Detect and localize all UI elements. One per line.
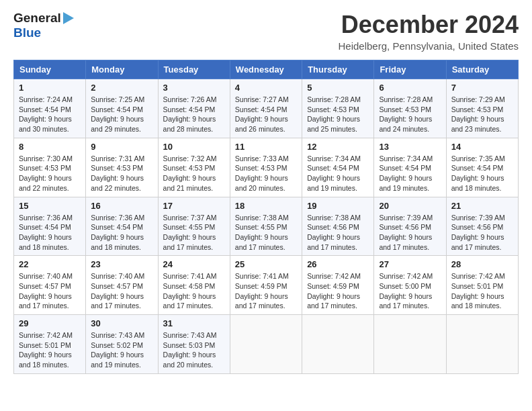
day-number: 27 [379,259,441,269]
day-info: Sunrise: 7:32 AMSunset: 4:53 PMDaylight:… [163,154,225,193]
day-info: Sunrise: 7:34 AMSunset: 4:54 PMDaylight:… [307,154,369,193]
day-info: Sunrise: 7:24 AMSunset: 4:54 PMDaylight:… [19,95,81,134]
day-number: 17 [163,201,225,211]
day-info: Sunrise: 7:29 AMSunset: 4:53 PMDaylight:… [451,95,513,134]
calendar-cell: 26Sunrise: 7:42 AMSunset: 4:59 PMDayligh… [302,256,374,315]
day-number: 3 [163,83,225,93]
day-number: 9 [91,142,152,152]
day-info: Sunrise: 7:35 AMSunset: 4:54 PMDaylight:… [451,154,513,193]
calendar-cell: 25Sunrise: 7:41 AMSunset: 4:59 PMDayligh… [230,256,302,315]
day-info: Sunrise: 7:40 AMSunset: 4:57 PMDaylight:… [19,271,81,311]
day-number: 26 [307,259,369,269]
calendar-cell: 28Sunrise: 7:42 AMSunset: 5:01 PMDayligh… [446,256,518,315]
weekday-header-monday: Monday [86,60,158,79]
page-title: December 2024 [339,11,519,39]
calendar-week-row: 15Sunrise: 7:36 AMSunset: 4:54 PMDayligh… [14,197,519,256]
calendar-body: 1Sunrise: 7:24 AMSunset: 4:54 PMDaylight… [14,79,519,374]
calendar-cell: 10Sunrise: 7:32 AMSunset: 4:53 PMDayligh… [158,138,230,197]
weekday-header-tuesday: Tuesday [158,60,230,79]
calendar-cell: 29Sunrise: 7:42 AMSunset: 5:01 PMDayligh… [14,315,86,374]
weekday-header-sunday: Sunday [14,60,86,79]
calendar-week-row: 22Sunrise: 7:40 AMSunset: 4:57 PMDayligh… [14,256,519,315]
day-number: 10 [163,142,225,152]
day-info: Sunrise: 7:42 AMSunset: 4:59 PMDaylight:… [307,271,369,311]
calendar-cell [374,315,446,374]
day-number: 24 [163,259,225,269]
calendar-cell: 4Sunrise: 7:27 AMSunset: 4:54 PMDaylight… [230,79,302,138]
calendar-week-row: 1Sunrise: 7:24 AMSunset: 4:54 PMDaylight… [14,79,519,138]
day-info: Sunrise: 7:39 AMSunset: 4:56 PMDaylight:… [379,213,441,253]
day-number: 2 [91,83,152,93]
calendar-cell: 2Sunrise: 7:25 AMSunset: 4:54 PMDaylight… [86,79,158,138]
day-number: 20 [379,201,441,211]
day-number: 6 [379,83,441,93]
calendar-cell: 3Sunrise: 7:26 AMSunset: 4:54 PMDaylight… [158,79,230,138]
day-info: Sunrise: 7:27 AMSunset: 4:54 PMDaylight:… [235,95,297,134]
header: General Blue December 2024 Heidelberg, P… [13,11,519,52]
calendar-cell: 17Sunrise: 7:37 AMSunset: 4:55 PMDayligh… [158,197,230,256]
calendar-cell: 1Sunrise: 7:24 AMSunset: 4:54 PMDaylight… [14,79,86,138]
logo-general-text: General [13,11,61,26]
day-number: 5 [307,83,369,93]
calendar-cell: 13Sunrise: 7:34 AMSunset: 4:54 PMDayligh… [374,138,446,197]
day-number: 25 [235,259,297,269]
day-info: Sunrise: 7:42 AMSunset: 5:01 PMDaylight:… [19,330,81,370]
day-number: 31 [163,318,225,328]
calendar-cell: 19Sunrise: 7:38 AMSunset: 4:56 PMDayligh… [302,197,374,256]
calendar-table: SundayMondayTuesdayWednesdayThursdayFrid… [13,60,519,374]
day-number: 21 [451,201,513,211]
day-number: 28 [451,259,513,269]
calendar-cell: 7Sunrise: 7:29 AMSunset: 4:53 PMDaylight… [446,79,518,138]
day-info: Sunrise: 7:41 AMSunset: 4:59 PMDaylight:… [235,271,297,311]
day-number: 15 [19,201,81,211]
day-number: 4 [235,83,297,93]
calendar-cell: 8Sunrise: 7:30 AMSunset: 4:53 PMDaylight… [14,138,86,197]
day-number: 12 [307,142,369,152]
calendar-cell: 15Sunrise: 7:36 AMSunset: 4:54 PMDayligh… [14,197,86,256]
calendar-cell: 11Sunrise: 7:33 AMSunset: 4:53 PMDayligh… [230,138,302,197]
day-info: Sunrise: 7:26 AMSunset: 4:54 PMDaylight:… [163,95,225,134]
weekday-row: SundayMondayTuesdayWednesdayThursdayFrid… [14,60,519,79]
day-info: Sunrise: 7:31 AMSunset: 4:53 PMDaylight:… [91,154,152,193]
day-info: Sunrise: 7:34 AMSunset: 4:54 PMDaylight:… [379,154,441,193]
day-info: Sunrise: 7:33 AMSunset: 4:53 PMDaylight:… [235,154,297,193]
day-info: Sunrise: 7:38 AMSunset: 4:56 PMDaylight:… [307,213,369,253]
day-info: Sunrise: 7:36 AMSunset: 4:54 PMDaylight:… [19,213,81,253]
calendar-cell: 16Sunrise: 7:36 AMSunset: 4:54 PMDayligh… [86,197,158,256]
logo-blue-text: Blue [13,26,74,40]
day-info: Sunrise: 7:40 AMSunset: 4:57 PMDaylight:… [91,271,152,311]
day-number: 22 [19,259,81,269]
day-number: 8 [19,142,81,152]
day-info: Sunrise: 7:37 AMSunset: 4:55 PMDaylight:… [163,213,225,253]
day-number: 30 [91,318,152,328]
day-info: Sunrise: 7:25 AMSunset: 4:54 PMDaylight:… [91,95,152,134]
weekday-header-saturday: Saturday [446,60,518,79]
day-number: 11 [235,142,297,152]
day-number: 13 [379,142,441,152]
calendar-cell: 9Sunrise: 7:31 AMSunset: 4:53 PMDaylight… [86,138,158,197]
day-info: Sunrise: 7:38 AMSunset: 4:55 PMDaylight:… [235,213,297,253]
calendar-cell: 23Sunrise: 7:40 AMSunset: 4:57 PMDayligh… [86,256,158,315]
calendar-cell: 6Sunrise: 7:28 AMSunset: 4:53 PMDaylight… [374,79,446,138]
day-info: Sunrise: 7:41 AMSunset: 4:58 PMDaylight:… [163,271,225,311]
calendar-cell [302,315,374,374]
day-info: Sunrise: 7:42 AMSunset: 5:01 PMDaylight:… [451,271,513,311]
calendar-cell: 18Sunrise: 7:38 AMSunset: 4:55 PMDayligh… [230,197,302,256]
weekday-header-wednesday: Wednesday [230,60,302,79]
logo-triangle-icon [63,12,74,24]
day-info: Sunrise: 7:36 AMSunset: 4:54 PMDaylight:… [91,213,152,253]
day-number: 23 [91,259,152,269]
calendar-cell: 30Sunrise: 7:43 AMSunset: 5:02 PMDayligh… [86,315,158,374]
calendar-cell [446,315,518,374]
day-number: 18 [235,201,297,211]
day-number: 7 [451,83,513,93]
calendar-cell: 21Sunrise: 7:39 AMSunset: 4:56 PMDayligh… [446,197,518,256]
day-info: Sunrise: 7:30 AMSunset: 4:53 PMDaylight:… [19,154,81,193]
logo: General Blue [13,11,74,40]
calendar-cell [230,315,302,374]
title-block: December 2024 Heidelberg, Pennsylvania, … [339,11,519,52]
calendar-header: SundayMondayTuesdayWednesdayThursdayFrid… [14,60,519,79]
day-number: 1 [19,83,81,93]
day-number: 14 [451,142,513,152]
day-info: Sunrise: 7:43 AMSunset: 5:03 PMDaylight:… [163,330,225,370]
